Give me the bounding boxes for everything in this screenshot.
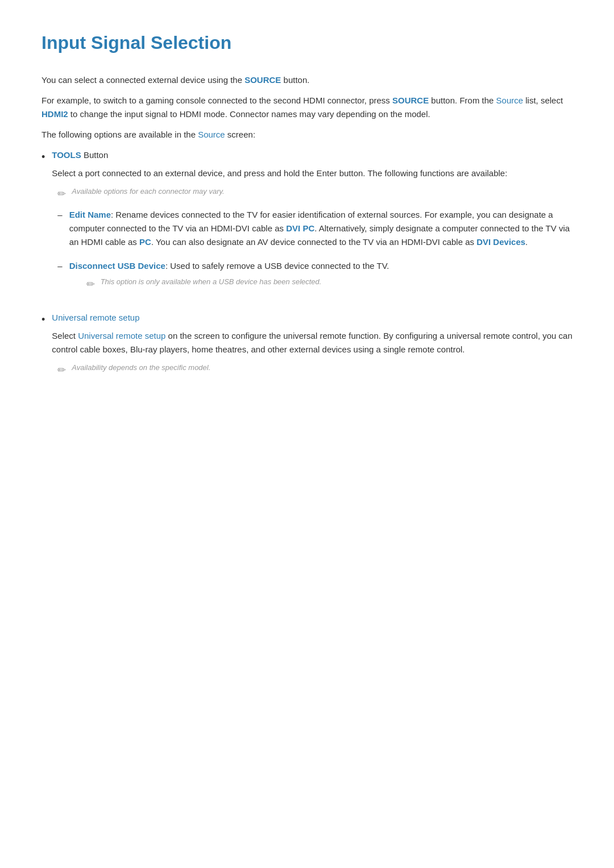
intro2-text-before: For example, to switch to a gaming conso… xyxy=(42,95,392,105)
intro2-text-after: to change the input signal to HDMI mode.… xyxy=(68,109,430,119)
pencil-icon-2: ✏ xyxy=(86,276,95,293)
intro2-text-mid2: list, select xyxy=(523,95,563,105)
ur-desc-highlight: Universal remote setup xyxy=(78,331,165,340)
intro-paragraph-3: The following options are available in t… xyxy=(42,128,572,142)
universal-remote-note: ✏ Availability depends on the specific m… xyxy=(57,362,572,379)
pc-highlight: PC xyxy=(139,237,151,247)
disconnect-usb-note-text: This option is only available when a USB… xyxy=(101,276,322,288)
intro-paragraph-1: You can select a connected external devi… xyxy=(42,73,572,87)
tools-description: Select a port connected to an external d… xyxy=(52,167,572,180)
page-title: Input Signal Selection xyxy=(42,28,572,57)
dash-item-disconnect-usb: – Disconnect USB Device: Used to safely … xyxy=(57,259,572,298)
dash-symbol-1: – xyxy=(57,208,62,222)
edit-name-paragraph: Edit Name: Rename devices connected to t… xyxy=(69,208,572,249)
bullet-item-universal-remote: • Universal remote setup Select Universa… xyxy=(42,311,572,384)
source-highlight-1: SOURCE xyxy=(244,75,281,85)
bullet-dot-1: • xyxy=(42,149,45,165)
universal-remote-label: Universal remote setup xyxy=(52,313,139,322)
tools-label-suffix: Button xyxy=(81,150,109,160)
dash-symbol-2: – xyxy=(57,259,62,273)
main-list: • TOOLS Button Select a port connected t… xyxy=(42,148,572,384)
intro3-text-after: screen: xyxy=(225,130,255,139)
disconnect-usb-label: Disconnect USB Device xyxy=(69,261,165,271)
universal-remote-note-text: Availability depends on the specific mod… xyxy=(72,362,210,374)
disconnect-usb-note: ✏ This option is only available when a U… xyxy=(86,276,572,293)
bullet-dot-2: • xyxy=(42,312,45,328)
disconnect-usb-paragraph: Disconnect USB Device: Used to safely re… xyxy=(69,259,572,273)
edit-name-end-before: . You can also designate an AV device co… xyxy=(151,237,476,247)
dash-item-edit-name: – Edit Name: Rename devices connected to… xyxy=(57,208,572,252)
ur-desc-before: Select xyxy=(52,331,78,340)
dvi-devices-highlight: DVI Devices xyxy=(476,237,525,247)
intro1-text-after: button. xyxy=(281,75,309,85)
bullet-content-tools: TOOLS Button Select a port connected to … xyxy=(52,148,572,305)
hdmi2-highlight: HDMI2 xyxy=(42,109,68,119)
tools-note: ✏ Available options for each connector m… xyxy=(57,186,572,202)
source-highlight-3: Source xyxy=(496,95,524,105)
source-highlight-2: SOURCE xyxy=(392,95,429,105)
intro3-text-before: The following options are available in t… xyxy=(42,130,198,139)
pencil-icon-3: ✏ xyxy=(57,362,66,379)
tools-note-text: Available options for each connector may… xyxy=(72,186,224,198)
tools-label: TOOLS xyxy=(52,150,81,160)
intro-paragraph-2: For example, to switch to a gaming conso… xyxy=(42,94,572,121)
edit-name-end: . xyxy=(525,237,528,247)
edit-name-label: Edit Name xyxy=(69,210,111,219)
bullet-item-tools: • TOOLS Button Select a port connected t… xyxy=(42,148,572,305)
dash-content-edit-name: Edit Name: Rename devices connected to t… xyxy=(69,208,572,252)
pencil-icon-1: ✏ xyxy=(57,186,66,202)
source-highlight-4: Source xyxy=(198,130,225,139)
universal-remote-description: Select Universal remote setup on the scr… xyxy=(52,329,572,356)
bullet-content-universal-remote: Universal remote setup Select Universal … xyxy=(52,311,572,384)
disconnect-usb-suffix: : Used to safely remove a USB device con… xyxy=(165,261,389,271)
dvi-pc-highlight: DVI PC xyxy=(286,223,314,233)
intro1-text-before: You can select a connected external devi… xyxy=(42,75,244,85)
intro2-text-mid1: button. From the xyxy=(429,95,496,105)
dash-content-disconnect-usb: Disconnect USB Device: Used to safely re… xyxy=(69,259,572,298)
